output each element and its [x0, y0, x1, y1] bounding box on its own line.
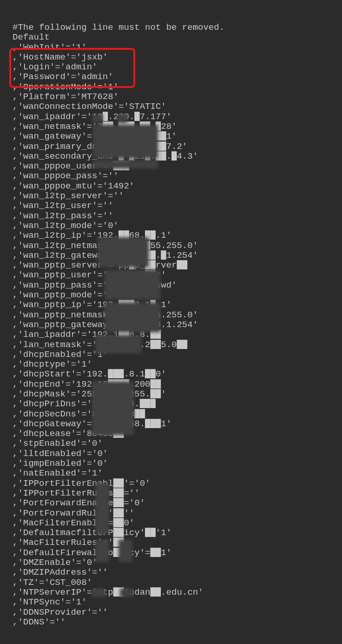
code-line: ,'wan_l2tp_user'='' [13, 201, 113, 211]
code-line: ,'wan_pptp_gateway'=█192.██8.1.254' [13, 320, 198, 330]
code-line: ,'MacFilterEnable'=██0' [13, 518, 134, 528]
code-line: ,'dhcpGateway'='192██168.███1' [13, 419, 171, 429]
code-line: ,'DMZEnable'='0' [13, 557, 97, 568]
code-line: ,'Login'='admin' [13, 62, 97, 72]
code-line: ,'dhcpEnd'='192.16████.200██ [13, 379, 161, 389]
code-line: ,'TZ'='CST_008' [13, 577, 92, 588]
code-line: ,'wan_pptp_pass'='ppt█_pa██swd' [13, 280, 177, 290]
code-line: ,'wan_netmask'='2██.███.██.█28' [13, 121, 177, 132]
code-line: ,'dhcpPriDns'='192.██.8.███ [13, 399, 156, 409]
code-line: ,'DDNSProvider'='' [13, 607, 108, 617]
code-line: ,'wan_gateway'='183.██.███.██1' [13, 131, 177, 141]
code-line: ,'dhcpMask'='255.25██.255.██' [13, 389, 166, 399]
code-line: ,'wan_pptp_netmask'=█2██.█55.255.0' [13, 310, 198, 320]
code-line: ,'dhcptype'='1' [13, 359, 92, 369]
code-line: ,'wan_pppoe_user'='███ [13, 161, 129, 171]
code-line: ,'natEnabled'='1' [13, 468, 103, 478]
code-line: ,'wan_l2tp_mode'='0' [13, 221, 118, 231]
code-line: ,'DDNS'='' [13, 617, 66, 627]
code-line: ,'OperationMode'='1' [13, 82, 118, 92]
code-line: ,'PortForwardRules'██'' [13, 508, 134, 518]
code-line: ,'IPPortFilterRules██='' [13, 488, 140, 498]
code-line: ,'dhcpStart'='192.███.8.1██0' [13, 369, 166, 379]
code-line: ,'lan_ipaddr'='192.1██8.8.██ [13, 329, 161, 340]
code-line: ,'DefaultFirewallPo███cy'=██1' [13, 548, 171, 558]
code-line: ,'Password'='admin' [13, 72, 113, 82]
code-line: ,'Platform'='MT7628' [13, 92, 118, 102]
code-line: ,'wan_l2tp_server'='' [13, 191, 124, 201]
code-line: ,'DefaultmacfilterP██icy'██'1' [13, 528, 171, 538]
code-line: ,'lan_netmask'='255.██55.2██5.0██ [13, 340, 187, 350]
code-line: ,'MacFilterRules'='██ [13, 537, 124, 548]
code-line: ,'wanConnectionMode'='STATIC' [13, 101, 166, 112]
code-line: ,'lltdEnabled'='0' [13, 449, 108, 459]
code-line: ,'PortForwardEnable██='0' [13, 498, 145, 508]
code-line: ,'dhcpSecDns'='8.8.██.8██ [13, 409, 145, 419]
code-line: ,'NTPServerIP'='ntp██'udan██.edu.cn' [13, 587, 203, 597]
code-line: ,'wan_pppoe_pass'='' [13, 171, 118, 181]
code-line: ,'wan_pptp_server'='pp█p_██rver██ [13, 260, 187, 270]
code-line: ,'wan_l2tp_netmask'='2██.█55.255.0' [13, 241, 198, 251]
code-line: ,'wan_l2tp_pass'='' [13, 211, 113, 221]
code-line: ,'IPPortFilterEnabl██'='0' [13, 478, 150, 489]
code-line: #The following line must not be removed. [13, 22, 224, 33]
code-line: ,'DMZIPAddress'='' [13, 567, 108, 577]
code-line: ,'dhcpEnabled'='1' [13, 349, 108, 360]
config-text: #The following line must not be removed.… [13, 23, 224, 627]
code-line: Default [13, 32, 50, 42]
code-line: ,'NTPSync'='1' [13, 597, 87, 607]
code-line: ,'wan_l2tp_ip'='192.██68.██.1' [13, 230, 171, 241]
code-line: ,'wan_pppoe_mtu'='1492' [13, 181, 134, 191]
code-line: ,'wan_secondary_dns'█'█21█.██.█4.3' [13, 151, 198, 161]
code-line: ,'stpEnabled'='0' [13, 438, 103, 449]
code-line: ,'igmpEnabled'='0' [13, 458, 108, 469]
code-line: ,'wan_pptp_mode'='0' [13, 290, 118, 300]
code-line: ,'WebInit'='1' [13, 42, 87, 53]
code-line: ,'HostName'='jsxb' [13, 52, 108, 62]
code-line: ,'wan_ipaddr'='18█.230.█7.177' [13, 112, 171, 122]
code-line: ,'dhcpLease'='86400██ [13, 429, 124, 439]
code-line: ,'wan_pptp_ip'='192.███8.1█.1' [13, 300, 171, 310]
code-line: ,'wan_primary_dns'='█1█.██.██7.2' [13, 141, 187, 152]
code-line: ,'wan_l2tp_gateway'='1██.██.█1.254' [13, 250, 198, 261]
code-line: ,'wan_pptp_user'='pptp_us██r' [13, 270, 166, 280]
